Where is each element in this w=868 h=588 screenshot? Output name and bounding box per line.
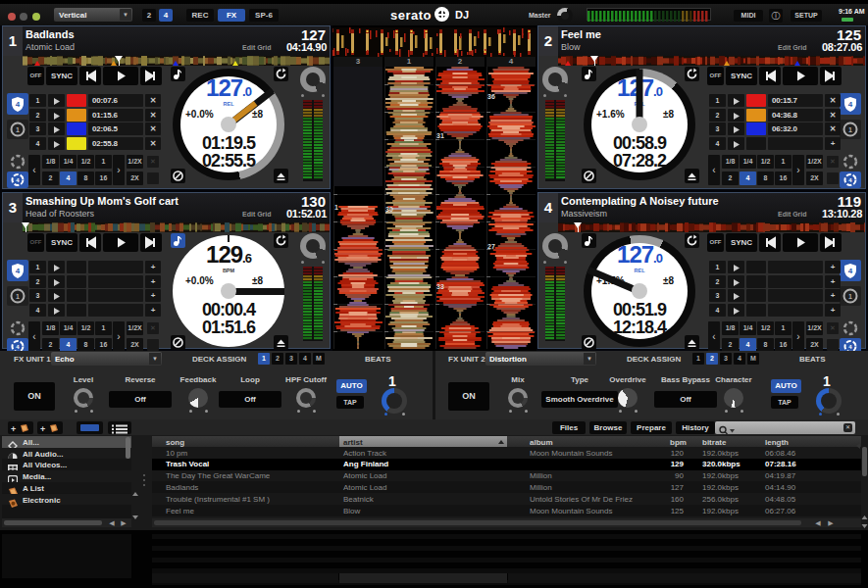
svg-text:4: 4 xyxy=(848,177,852,183)
svg-text:1: 1 xyxy=(16,293,20,300)
svg-text:1: 1 xyxy=(848,126,852,133)
svg-text:4: 4 xyxy=(16,267,21,275)
svg-text:1: 1 xyxy=(848,293,852,300)
svg-text:+: + xyxy=(11,424,16,434)
svg-text:+: + xyxy=(40,424,45,434)
svg-text:1: 1 xyxy=(16,126,20,133)
svg-text:4: 4 xyxy=(16,177,20,183)
svg-text:4: 4 xyxy=(16,100,21,109)
svg-text:4: 4 xyxy=(848,344,852,350)
svg-text:4: 4 xyxy=(848,267,853,275)
svg-text:4: 4 xyxy=(848,100,853,109)
svg-text:4: 4 xyxy=(16,344,20,350)
